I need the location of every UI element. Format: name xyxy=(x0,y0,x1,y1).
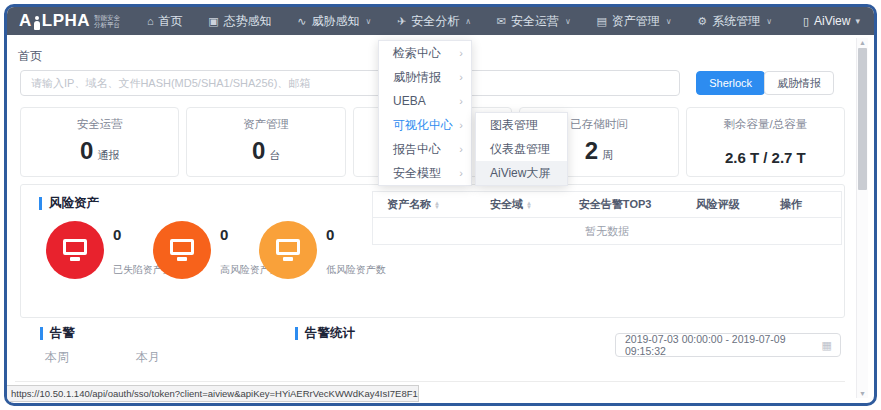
monitor-icon xyxy=(259,221,317,279)
col-alert-top3: 安全告警TOP3 xyxy=(565,197,682,212)
pulse-icon: ∿ xyxy=(297,15,306,28)
person-icon xyxy=(33,16,41,31)
screenshot-stage: ALPHA 智能安全分析平台 ⌂首页 ▣态势感知 ∿威胁感知∨ ✈安全分析∧ ✉… xyxy=(0,0,881,410)
menu-item-report-center[interactable]: 报告中心› xyxy=(379,137,471,161)
chevron-down-icon: ∨ xyxy=(666,17,672,26)
sort-icon[interactable]: ▲▼ xyxy=(526,201,532,209)
chevron-down-icon: ∨ xyxy=(365,17,371,26)
nav-item-threat-sense[interactable]: ∿威胁感知∨ xyxy=(297,13,371,30)
stat-label: 资产管理 xyxy=(187,117,344,132)
table-empty-state: 暂无数据 xyxy=(373,218,841,244)
stat-value: 2.6 T / 2.7 T xyxy=(687,138,844,171)
stat-card-security-operation: 安全运营 0通报 xyxy=(20,107,179,177)
asset-table-header: 资产名称▲▼ 安全域▲▼ 安全告警TOP3 风险评级 操作 xyxy=(373,192,841,218)
submenu-item-chart-management[interactable]: 图表管理 xyxy=(476,113,567,137)
app-logo: ALPHA 智能安全分析平台 xyxy=(19,11,120,31)
asset-table: 资产名称▲▼ 安全域▲▼ 安全告警TOP3 风险评级 操作 暂无数据 xyxy=(372,191,842,245)
alert-stats-title: 告警统计 xyxy=(295,325,355,342)
gear-icon: ⚙ xyxy=(697,15,707,28)
nav-item-system-management[interactable]: ⚙系统管理∨ xyxy=(697,13,772,30)
nav-item-asset-management[interactable]: ▤资产管理∨ xyxy=(596,13,671,30)
stat-label: 剩余容量/总容量 xyxy=(687,117,844,132)
chevron-down-icon: ∨ xyxy=(766,17,772,26)
monitor-icon xyxy=(153,221,211,279)
scroll-up-icon[interactable]: ▲ xyxy=(857,39,868,46)
menu-item-threat-intel[interactable]: 威胁情报› xyxy=(379,65,471,89)
scrollbar-thumb[interactable] xyxy=(858,48,867,190)
monitor-icon xyxy=(46,221,104,279)
top-navbar: ALPHA 智能安全分析平台 ⌂首页 ▣态势感知 ∿威胁感知∨ ✈安全分析∧ ✉… xyxy=(7,7,874,35)
risk-label: 低风险资产数 xyxy=(326,263,386,277)
nav-item-security-analysis[interactable]: ✈安全分析∧ xyxy=(397,13,471,30)
stat-label: 安全运营 xyxy=(21,117,178,132)
plane-icon: ✈ xyxy=(397,15,406,28)
nav-menu: ⌂首页 ▣态势感知 ∿威胁感知∨ ✈安全分析∧ ✉安全运营∨ ▤资产管理∨ ⚙系… xyxy=(134,13,785,30)
scroll-down-icon[interactable]: ▼ xyxy=(857,390,868,397)
submenu-item-aiview-screen[interactable]: AiView大屏 xyxy=(476,161,567,185)
submenu-item-dashboard-management[interactable]: 仪表盘管理 xyxy=(476,137,567,161)
phone-icon: ▯ xyxy=(803,15,809,28)
stat-value: 0台 xyxy=(187,138,344,168)
browser-status-bar: https://10.50.1.140/api/oauth/sso/token?… xyxy=(7,385,419,402)
content-divider xyxy=(15,381,845,382)
chevron-down-icon: ∨ xyxy=(565,17,571,26)
sort-icon[interactable]: ▲▼ xyxy=(434,201,440,209)
tab-this-month[interactable]: 本月 xyxy=(136,349,160,366)
security-analysis-dropdown: 检索中心› 威胁情报› UEBA› 可视化中心› 报告中心› 安全模型› xyxy=(378,40,472,186)
nav-user-aiview[interactable]: ▯AiView▾ xyxy=(803,14,860,28)
alerts-title: 告警 xyxy=(40,325,75,342)
risk-assets-panel: 风险资产 0已失陷资产数 0高风险资产数 0低风险资产数 资产名称▲▼ 安全域▲… xyxy=(20,184,845,318)
risk-assets-title: 风险资产 xyxy=(39,195,99,212)
date-range-picker[interactable]: 2019-07-03 00:00:00 - 2019-07-09 09:15:3… xyxy=(615,333,841,357)
sherlock-button[interactable]: Sherlock xyxy=(696,71,765,95)
menu-item-security-model[interactable]: 安全模型› xyxy=(379,161,471,185)
chevron-right-icon: › xyxy=(459,143,463,155)
menu-item-search-center[interactable]: 检索中心› xyxy=(379,41,471,65)
date-range-value: 2019-07-03 00:00:00 - 2019-07-09 09:15:3… xyxy=(625,333,822,357)
nav-item-home[interactable]: ⌂首页 xyxy=(147,13,183,30)
threat-intel-button[interactable]: 威胁情报 xyxy=(764,71,834,95)
tab-this-week[interactable]: 本周 xyxy=(45,349,69,366)
nav-item-security-operation[interactable]: ✉安全运营∨ xyxy=(497,13,571,30)
breadcrumb: 首页 xyxy=(18,48,42,65)
title-accent-bar xyxy=(295,327,298,340)
monitor-icon: ▣ xyxy=(208,15,218,28)
title-accent-bar xyxy=(40,327,43,340)
vertical-scrollbar[interactable]: ▲ ▼ xyxy=(856,38,868,398)
col-actions: 操作 xyxy=(766,197,841,212)
chevron-right-icon: › xyxy=(459,71,463,83)
visualization-submenu: 图表管理 仪表盘管理 AiView大屏 xyxy=(475,112,568,186)
logo-text: ALPHA xyxy=(19,11,90,31)
nav-item-situation[interactable]: ▣态势感知 xyxy=(208,13,271,30)
chevron-up-icon: ∧ xyxy=(465,17,471,26)
col-asset-name[interactable]: 资产名称▲▼ xyxy=(373,197,476,212)
chevron-right-icon: › xyxy=(459,119,463,131)
stat-value: 0通报 xyxy=(21,138,178,168)
status-url: https://10.50.1.140/api/oauth/sso/token?… xyxy=(11,388,419,399)
stat-card-asset-management: 资产管理 0台 xyxy=(186,107,345,177)
calendar-icon: ▦ xyxy=(822,339,832,352)
home-icon: ⌂ xyxy=(147,15,154,27)
menu-item-ueba[interactable]: UEBA› xyxy=(379,89,471,113)
col-risk-rating: 风险评级 xyxy=(682,197,766,212)
title-accent-bar xyxy=(39,197,42,210)
server-icon: ▤ xyxy=(596,15,606,28)
chevron-right-icon: › xyxy=(459,95,463,107)
chevron-right-icon: › xyxy=(459,47,463,59)
dropdown-caret-icon: ▾ xyxy=(855,16,860,26)
search-input[interactable] xyxy=(20,70,680,96)
col-security-zone[interactable]: 安全域▲▼ xyxy=(476,197,565,212)
risk-item-low: 0低风险资产数 xyxy=(259,221,386,279)
logo-subtitle: 智能安全分析平台 xyxy=(94,14,120,29)
app-window: ALPHA 智能安全分析平台 ⌂首页 ▣态势感知 ∿威胁感知∨ ✈安全分析∧ ✉… xyxy=(4,4,877,406)
menu-item-visualization-center[interactable]: 可视化中心› xyxy=(379,113,471,137)
alerts-tabs: 本周 本月 xyxy=(45,349,160,366)
stat-card-capacity: 剩余容量/总容量 2.6 T / 2.7 T xyxy=(686,107,845,177)
mail-icon: ✉ xyxy=(497,15,506,28)
chevron-right-icon: › xyxy=(459,167,463,179)
